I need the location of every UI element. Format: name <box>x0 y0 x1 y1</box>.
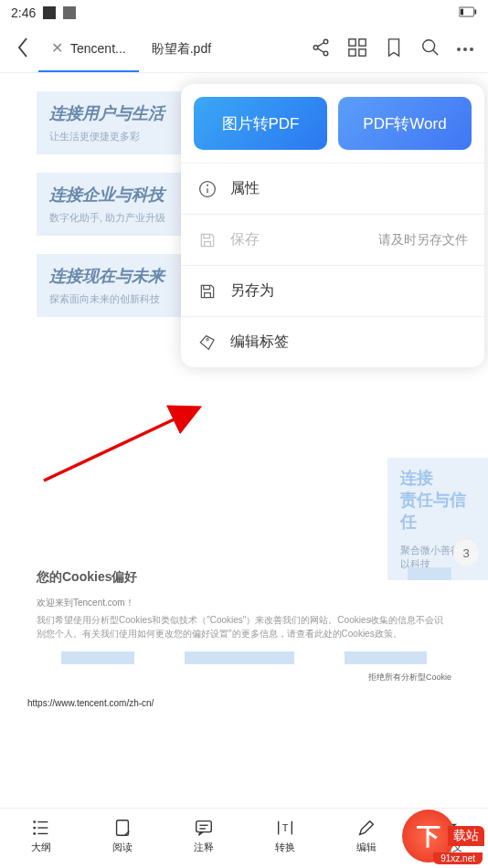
cookies-desc: 我们希望使用分析型Cookies和类似技术（"Cookies"）来改善我们的网站… <box>37 613 451 640</box>
bookmark-icon[interactable] <box>384 37 404 61</box>
side-title: 连接 <box>400 467 479 489</box>
svg-rect-1 <box>461 9 463 16</box>
save-as-icon <box>197 281 217 302</box>
svg-point-17 <box>207 338 209 341</box>
tab-tencent[interactable]: ✕ Tencent... <box>38 26 139 72</box>
tab-label: 盼望着.pdf <box>152 41 211 58</box>
menu-label: 编辑标签 <box>230 333 468 352</box>
nav-label: 注释 <box>194 841 214 854</box>
watermark-url: 91xz.net <box>433 852 483 864</box>
watermark: 下 载站 91xz.net <box>402 810 484 863</box>
svg-rect-11 <box>359 48 366 55</box>
nav-convert[interactable]: T 转换 <box>244 809 325 863</box>
back-button[interactable] <box>7 29 38 69</box>
svg-rect-9 <box>359 38 366 45</box>
svg-point-19 <box>33 820 36 823</box>
tab-pdf[interactable]: 盼望着.pdf <box>139 26 224 72</box>
nav-read[interactable]: 阅读 <box>81 809 163 863</box>
nav-edit[interactable]: 编辑 <box>325 809 407 863</box>
convert-pdf-to-word-button[interactable]: PDF转Word <box>338 97 472 150</box>
info-icon <box>197 179 217 199</box>
nav-label: 阅读 <box>112 841 133 854</box>
status-indicator-2 <box>63 6 76 19</box>
watermark-text: 载站 <box>448 826 484 846</box>
menu-label: 另存为 <box>230 281 468 301</box>
annotation-arrow <box>35 398 217 493</box>
cookies-button-placeholder <box>185 651 294 664</box>
svg-rect-10 <box>349 48 355 55</box>
cookies-welcome: 欢迎来到Tencent.com！ <box>37 597 451 609</box>
search-icon[interactable] <box>420 37 440 61</box>
svg-rect-26 <box>196 820 211 831</box>
reject-cookies: 拒绝所有分析型Cookie <box>37 672 451 683</box>
svg-rect-8 <box>349 38 355 45</box>
share-icon[interactable] <box>311 37 331 61</box>
svg-point-3 <box>313 45 318 49</box>
svg-rect-2 <box>475 10 477 15</box>
nav-annotate[interactable]: 注释 <box>163 809 244 863</box>
close-icon[interactable]: ✕ <box>51 39 63 57</box>
tab-bar: ✕ Tencent... 盼望着.pdf <box>0 26 488 73</box>
svg-line-18 <box>44 408 199 481</box>
menu-edit-tags[interactable]: 编辑标签 <box>181 316 484 367</box>
nav-outline[interactable]: 大纲 <box>0 809 81 863</box>
svg-point-4 <box>324 39 328 44</box>
read-icon <box>111 818 133 838</box>
svg-point-12 <box>423 39 435 51</box>
page-number: 3 <box>453 540 479 566</box>
svg-line-7 <box>317 48 324 52</box>
edit-icon <box>355 818 377 838</box>
convert-icon: T <box>274 818 296 838</box>
cookies-button-placeholder <box>61 651 134 664</box>
tag-icon <box>197 333 217 353</box>
cookies-button-placeholder <box>345 651 427 664</box>
svg-point-5 <box>324 51 328 56</box>
grid-icon[interactable] <box>347 37 367 61</box>
svg-point-21 <box>33 826 36 829</box>
svg-point-23 <box>33 832 36 835</box>
more-icon[interactable] <box>457 48 473 51</box>
menu-save: 保存 请及时另存文件 <box>181 214 484 265</box>
outline-icon <box>30 818 52 838</box>
convert-image-to-pdf-button[interactable]: 图片转PDF <box>194 97 327 150</box>
page-url: https://www.tencent.com/zh-cn/ <box>0 694 488 708</box>
status-time: 2:46 <box>11 5 36 20</box>
svg-text:T: T <box>281 821 288 832</box>
svg-line-6 <box>317 42 324 47</box>
nav-label: 大纲 <box>31 841 51 854</box>
menu-save-as[interactable]: 另存为 <box>181 265 484 316</box>
menu-properties[interactable]: 属性 <box>181 163 484 214</box>
nav-label: 编辑 <box>356 841 377 854</box>
menu-label: 保存 <box>230 230 366 249</box>
nav-label: 转换 <box>275 841 295 854</box>
svg-line-13 <box>433 49 439 55</box>
battery-icon <box>459 5 477 20</box>
status-indicator-1 <box>43 6 56 19</box>
svg-point-15 <box>207 184 208 185</box>
side-title: 责任与信任 <box>400 489 479 533</box>
cookies-banner: 您的Cookies偏好 欢迎来到Tencent.com！ 我们希望使用分析型Co… <box>0 558 488 694</box>
menu-label: 属性 <box>230 179 468 198</box>
tab-label: Tencent... <box>70 41 126 56</box>
annotate-icon <box>193 818 215 838</box>
menu-hint: 请及时另存文件 <box>378 232 468 249</box>
save-icon <box>197 230 217 250</box>
context-menu: 图片转PDF PDF转Word 属性 保存 请及时另存文件 另存为 编辑标签 <box>181 84 484 367</box>
